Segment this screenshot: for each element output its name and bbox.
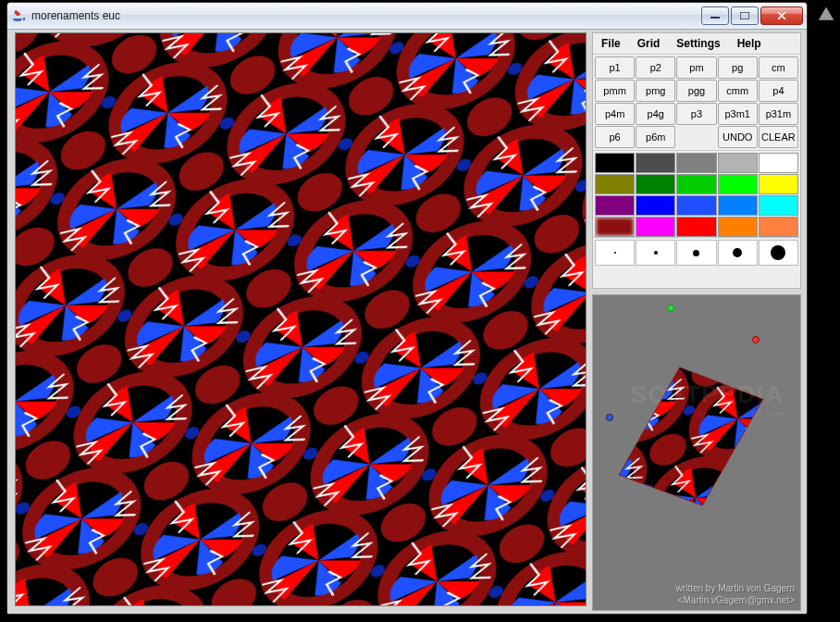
color-swatch[interactable]: [759, 174, 798, 194]
symmetry-group-grid: p1p2pmpgcmpmmpmgpggcmmp4p4mp4gp3p3m1p31m…: [593, 55, 800, 150]
maximize-button[interactable]: [731, 6, 759, 25]
symmetry-p1-button[interactable]: p1: [595, 56, 635, 79]
svg-rect-1: [740, 12, 749, 19]
color-swatch[interactable]: [595, 217, 635, 237]
color-swatch[interactable]: [759, 153, 798, 173]
handle-top[interactable]: [667, 305, 674, 312]
symmetry-undo-button[interactable]: UNDO: [718, 126, 758, 148]
drawing-canvas[interactable]: [15, 32, 587, 606]
symmetry-p4-button[interactable]: p4: [759, 80, 798, 102]
symmetry-p3m1-button[interactable]: p3m1: [718, 103, 758, 125]
menu-settings[interactable]: Settings: [668, 33, 728, 54]
color-swatch[interactable]: [759, 217, 798, 237]
symmetry-pm-button[interactable]: pm: [676, 56, 716, 79]
app-window: morenaments euc: [6, 2, 808, 615]
pattern-view: [16, 33, 586, 605]
credits-email: <Martin.vGagern@gmx.net>: [678, 595, 795, 605]
color-swatch[interactable]: [595, 174, 635, 194]
symmetry-clear-button[interactable]: CLEAR: [759, 126, 798, 148]
tile-preview-canvas[interactable]: [593, 295, 800, 578]
symmetry-p6-button[interactable]: p6: [595, 126, 635, 148]
symmetry-pmm-button[interactable]: pmm: [595, 80, 635, 102]
color-swatch[interactable]: [676, 195, 716, 216]
color-swatch[interactable]: [636, 174, 675, 194]
color-swatch[interactable]: [718, 217, 758, 237]
color-swatch[interactable]: [676, 153, 716, 173]
symmetry-pmg-button[interactable]: pmg: [636, 80, 675, 102]
color-swatch[interactable]: [636, 195, 675, 216]
unit-cell-rhombus[interactable]: [602, 358, 793, 525]
menu-help[interactable]: Help: [729, 33, 770, 54]
window-title: morenaments euc: [31, 9, 701, 22]
color-swatch[interactable]: [676, 217, 716, 237]
color-palette: [593, 150, 800, 237]
warn-icon: [818, 6, 834, 27]
symmetry-p31m-button[interactable]: p31m: [759, 103, 798, 125]
symmetry-p4m-button[interactable]: p4m: [595, 103, 635, 125]
color-swatch[interactable]: [718, 195, 758, 216]
symmetry-pg-button[interactable]: pg: [718, 56, 758, 79]
symmetry-cm-button[interactable]: cm: [759, 56, 798, 79]
svg-rect-0: [710, 17, 720, 19]
symmetry-p4g-button[interactable]: p4g: [636, 103, 675, 125]
menu-grid[interactable]: Grid: [629, 33, 669, 54]
titlebar[interactable]: morenaments euc: [7, 3, 807, 30]
close-button[interactable]: [760, 6, 803, 25]
symmetry-p6m-button[interactable]: p6m: [636, 126, 675, 148]
color-swatch[interactable]: [718, 153, 758, 173]
credits-author: written by Martin von Gagern: [676, 583, 795, 593]
brush-size-7[interactable]: [676, 240, 716, 266]
color-swatch[interactable]: [636, 217, 675, 237]
brush-size-row: [593, 237, 800, 267]
tile-preview-panel: written by Martin von Gagern <Martin.vGa…: [592, 294, 801, 611]
brush-size-2[interactable]: [595, 240, 635, 266]
symmetry-cmm-button[interactable]: cmm: [718, 80, 758, 102]
handle-right[interactable]: [752, 336, 760, 343]
menu-file[interactable]: File: [593, 33, 629, 54]
minimize-button[interactable]: [701, 6, 729, 25]
color-swatch[interactable]: [595, 153, 635, 173]
color-swatch[interactable]: [676, 174, 716, 194]
symmetry-pgg-button[interactable]: pgg: [676, 80, 716, 102]
tools-panel: File Grid Settings Help p1p2pmpgcmpmmpmg…: [592, 32, 801, 289]
color-swatch[interactable]: [759, 195, 798, 216]
brush-size-16[interactable]: [759, 240, 798, 266]
color-swatch[interactable]: [595, 195, 635, 216]
handle-left[interactable]: [606, 414, 613, 421]
brush-size-4[interactable]: [636, 240, 675, 266]
color-swatch[interactable]: [718, 174, 758, 194]
svg-rect-12: [16, 33, 586, 605]
java-cup-icon: [11, 8, 26, 23]
brush-size-10[interactable]: [718, 240, 758, 266]
symmetry-p3-button[interactable]: p3: [676, 103, 716, 125]
menubar: File Grid Settings Help: [593, 33, 800, 55]
symmetry-blank: [676, 126, 716, 148]
color-swatch[interactable]: [636, 153, 675, 173]
symmetry-p2-button[interactable]: p2: [636, 56, 675, 79]
app-stage: morenaments euc: [0, 0, 840, 622]
